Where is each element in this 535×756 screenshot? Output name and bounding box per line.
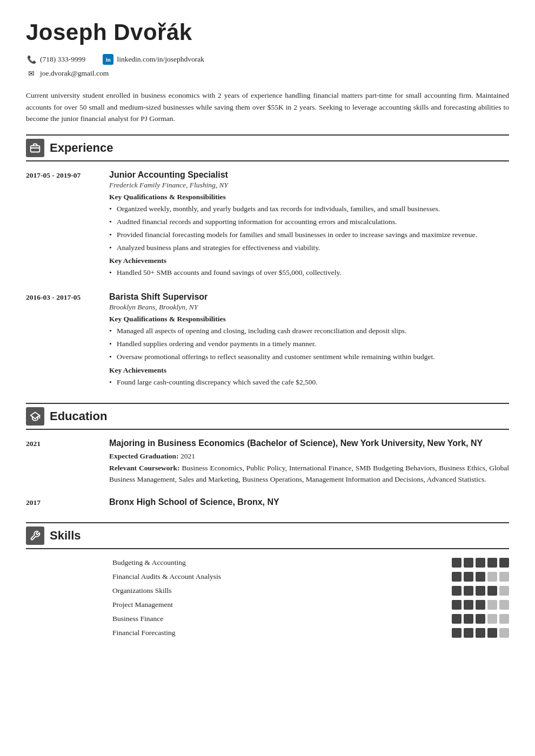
edu-1-coursework-label: Relevant Coursework: [109,464,180,472]
skill-dot-4-2 [476,614,485,624]
job-1-qual-3: Provided financial forecasting models fo… [109,230,509,241]
skill-dot-5-4 [499,628,509,638]
education-icon [26,407,44,426]
summary-text: Current university student enrolled in b… [26,90,509,125]
edu-1-title: Majoring in Business Economics (Bachelor… [109,438,509,448]
education-header: Education [26,403,509,430]
job-1-date: 2017-05 - 2019-07 [26,170,96,281]
experience-header: Experience [26,134,509,161]
edu-1-content: Majoring in Business Economics (Bachelor… [109,438,509,485]
skill-dot-2-1 [464,586,473,596]
job-1-content: Junior Accounting Specialist Frederick F… [109,170,509,281]
skills-list: Budgeting & AccountingFinancial Audits &… [26,558,509,638]
skill-dot-1-4 [499,572,509,582]
skill-dot-4-3 [487,614,497,624]
skill-dots-2 [452,586,509,596]
job-1-achievements: Handled 50+ SMB accounts and found savin… [109,267,509,279]
skill-dot-5-1 [464,628,473,638]
skill-name-0: Budgeting & Accounting [112,558,186,567]
edu-2-date: 2017 [26,497,96,509]
resume-name: Joseph Dvořák [26,19,509,45]
contact-row: 📞 (718) 333-9999 in linkedin.com/in/jose… [26,54,509,65]
job-1-title: Junior Accounting Specialist [109,170,509,180]
skill-dot-0-0 [452,558,462,568]
skill-dot-5-3 [487,628,497,638]
job-1-qual-1: Organized weekly, monthly, and yearly bu… [109,204,509,215]
skill-dot-1-2 [476,572,485,582]
experience-title: Experience [50,141,113,155]
job-1-achieve-1: Handled 50+ SMB accounts and found savin… [109,267,509,279]
skill-dots-5 [452,628,509,638]
skill-dot-3-4 [499,600,509,610]
skill-dot-2-3 [487,586,497,596]
skill-name-4: Business Finance [112,615,163,623]
education-section: Education 2021 Majoring in Business Econ… [26,403,509,509]
skill-dot-2-0 [452,586,462,596]
job-2-content: Barista Shift Supervisor Brooklyn Beans,… [109,292,509,390]
linkedin-text: linkedin.com/in/josephdvorak [117,55,204,64]
edu-1-grad-year: 2021 [180,452,195,460]
job-2-achieve-heading: Key Achievements [109,366,509,375]
skill-dot-0-4 [499,558,509,568]
email-icon: ✉ [26,68,37,79]
linkedin-contact: in linkedin.com/in/josephdvorak [103,54,204,65]
job-entry-2: 2016-03 - 2017-05 Barista Shift Supervis… [26,292,509,390]
skill-dot-2-2 [476,586,485,596]
skill-dot-5-0 [452,628,462,638]
svg-rect-0 [31,146,40,152]
job-2-qualifications: Managed all aspects of opening and closi… [109,326,509,363]
job-1-qual-2: Audited financial records and supporting… [109,217,509,228]
job-2-title: Barista Shift Supervisor [109,292,509,302]
job-1-subtitle: Frederick Family Finance, Flushing, NY [109,181,509,190]
job-1-qual-4: Analyzed business plans and strategies f… [109,242,509,254]
job-1-qual-heading: Key Qualifications & Responsibilities [109,193,509,201]
experience-icon [26,139,44,157]
job-1-qualifications: Organized weekly, monthly, and yearly bu… [109,204,509,254]
skill-dot-1-0 [452,572,462,582]
skill-dot-5-2 [476,628,485,638]
email-row: ✉ joe.dvorak@gmail.com [26,68,509,79]
edu-entry-1: 2021 Majoring in Business Economics (Bac… [26,438,509,485]
education-title: Education [50,409,107,423]
skill-name-3: Project Management [112,600,173,609]
skill-row-1: Financial Audits & Account Analysis [112,572,509,582]
job-2-achievements: Found large cash-counting discrepancy wh… [109,377,509,388]
skill-dots-0 [452,558,509,568]
skill-row-5: Financial Forecasting [112,628,509,638]
email-text: joe.dvorak@gmail.com [40,69,109,78]
skill-row-0: Budgeting & Accounting [112,558,509,568]
skill-name-1: Financial Audits & Account Analysis [112,572,221,581]
job-2-subtitle: Brooklyn Beans, Brooklyn, NY [109,303,509,312]
job-2-achieve-1: Found large cash-counting discrepancy wh… [109,377,509,388]
edu-entry-2: 2017 Bronx High School of Science, Bronx… [26,497,509,509]
skills-section: Skills Budgeting & AccountingFinancial A… [26,522,509,638]
job-entry-1: 2017-05 - 2019-07 Junior Accounting Spec… [26,170,509,281]
skill-dot-0-1 [464,558,473,568]
experience-section: Experience 2017-05 - 2019-07 Junior Acco… [26,134,509,390]
job-1-achieve-heading: Key Achievements [109,256,509,265]
skill-dot-3-3 [487,600,497,610]
skill-name-2: Organizations Skills [112,586,172,595]
phone-text: (718) 333-9999 [40,55,85,64]
skill-dot-0-3 [487,558,497,568]
skill-dot-3-2 [476,600,485,610]
edu-2-content: Bronx High School of Science, Bronx, NY [109,497,509,509]
skill-dot-2-4 [499,586,509,596]
skills-icon [26,526,44,545]
phone-contact: 📞 (718) 333-9999 [26,54,85,65]
job-2-qual-2: Handled supplies ordering and vendor pay… [109,339,509,350]
job-2-date: 2016-03 - 2017-05 [26,292,96,390]
edu-1-date: 2021 [26,438,96,485]
skill-dot-3-0 [452,600,462,610]
skill-dot-4-0 [452,614,462,624]
skill-row-3: Project Management [112,600,509,610]
skill-dots-1 [452,572,509,582]
skill-dot-4-4 [499,614,509,624]
job-2-qual-1: Managed all aspects of opening and closi… [109,326,509,337]
skill-dots-3 [452,600,509,610]
skill-dot-0-2 [476,558,485,568]
phone-icon: 📞 [26,54,37,65]
edu-2-title: Bronx High School of Science, Bronx, NY [109,497,509,507]
skills-header: Skills [26,522,509,549]
skill-dot-4-1 [464,614,473,624]
